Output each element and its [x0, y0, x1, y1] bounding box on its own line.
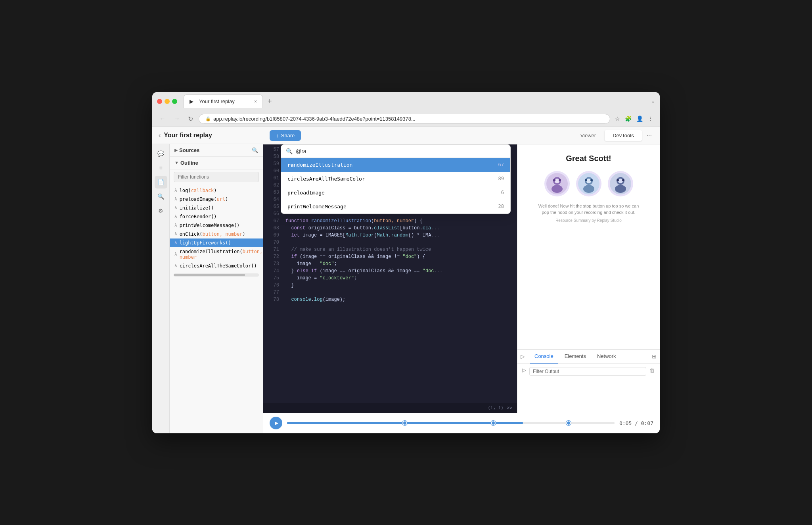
function-name: log(callback): [180, 188, 217, 193]
outline-label: Outline: [180, 160, 198, 166]
profile-button[interactable]: 👤: [635, 114, 645, 123]
console-clear-button[interactable]: 🗑: [649, 367, 655, 373]
line-number: 61: [266, 175, 279, 182]
minimize-traffic-light[interactable]: [165, 99, 170, 104]
expand-button[interactable]: >>: [507, 405, 512, 411]
devtools-console-tab[interactable]: Console: [530, 350, 558, 363]
sidebar-left-icons: 💬 ≡ 📄 🔍 ⚙: [152, 144, 170, 433]
sources-toggle-button[interactable]: ▶: [174, 148, 178, 153]
devtools-layout-button[interactable]: ⊞: [652, 353, 657, 360]
filter-functions-input[interactable]: [174, 172, 259, 182]
line-number: 67: [266, 217, 279, 225]
url-input[interactable]: 🔒 app.replay.io/recording/b1f85807-2074-…: [199, 114, 610, 124]
back-button[interactable]: ←: [157, 114, 168, 123]
function-item-lightupfireworks[interactable]: λ lightUpFireworks(): [170, 238, 263, 247]
reload-button[interactable]: ↻: [186, 114, 195, 123]
timeline[interactable]: [287, 422, 615, 424]
function-item-randomize[interactable]: λ randomizeIllustration(button, number: [170, 247, 263, 262]
lambda-icon: λ: [174, 196, 177, 202]
avatar-2-svg: [578, 173, 599, 194]
function-name: lightUpFireworks(): [180, 240, 231, 246]
lambda-icon: λ: [174, 188, 177, 193]
sidebar-main: ▶ Sources 🔍 ▼ Outline λ log(callback): [170, 144, 263, 433]
tab-title: Your first replay: [199, 98, 235, 104]
new-tab-button[interactable]: +: [264, 97, 275, 106]
timeline-marker-2[interactable]: [491, 421, 496, 425]
url-actions: ☆ 🧩 👤 ⋮: [613, 114, 655, 123]
line-number: 64: [266, 196, 279, 203]
svg-point-17: [622, 179, 624, 181]
sidebar-list-icon-button[interactable]: ≡: [155, 162, 167, 174]
sources-search-button[interactable]: 🔍: [252, 147, 258, 153]
code-line-67: 67 function randomizeIllustration(button…: [263, 217, 517, 225]
menu-button[interactable]: ⋮: [646, 114, 655, 123]
maximize-traffic-light[interactable]: [172, 99, 177, 104]
play-button[interactable]: ▶: [270, 417, 282, 429]
svg-point-10: [585, 179, 587, 181]
line-number: 68: [266, 225, 279, 232]
autocomplete-dropdown[interactable]: 🔍 randomizeIllustration 67 circlesAreAll…: [281, 144, 511, 214]
sidebar-header: ‹ Your first replay: [152, 127, 263, 144]
function-item-forcerender[interactable]: λ forceRender(): [170, 212, 263, 221]
line-number: 70: [266, 239, 279, 246]
line-number: 58: [266, 153, 279, 160]
close-traffic-light[interactable]: [157, 99, 162, 104]
code-line-73: 73 image = "doc";: [263, 260, 517, 267]
sidebar-search-icon-button[interactable]: 🔍: [155, 190, 167, 203]
devtools-tab[interactable]: DevTools: [605, 130, 642, 141]
share-button[interactable]: ↑ Share: [270, 130, 301, 141]
function-item-circles[interactable]: λ circlesAreAllTheSameColor(): [170, 262, 263, 270]
line-number: 75: [266, 275, 279, 282]
center-area: ↑ Share Viewer DevTools ···: [263, 127, 660, 433]
timeline-marker-3[interactable]: [566, 421, 571, 425]
url-bar: ← → ↻ 🔒 app.replay.io/recording/b1f85807…: [152, 111, 660, 127]
sidebar-file-icon-button[interactable]: 📄: [155, 176, 167, 188]
code-line-70: 70: [263, 239, 517, 246]
autocomplete-item-circles[interactable]: circlesAreAllTheSameColor 89: [281, 172, 510, 186]
sidebar-back-button[interactable]: ‹: [159, 132, 161, 139]
devtools-elements-tab[interactable]: Elements: [560, 350, 591, 363]
devtools-network-tab[interactable]: Network: [592, 350, 621, 363]
line-number: 69: [266, 232, 279, 239]
view-tabs: Viewer DevTools: [573, 130, 642, 141]
function-item-onclick[interactable]: λ onClick(button, number): [170, 230, 263, 238]
tab-close-button[interactable]: ×: [254, 99, 257, 104]
function-item-initialize[interactable]: λ initialize(): [170, 204, 263, 212]
line-number: 72: [266, 253, 279, 260]
browser-tab[interactable]: ▶ Your first replay ×: [184, 94, 263, 108]
lambda-icon: λ: [174, 214, 177, 219]
forward-button[interactable]: →: [171, 114, 182, 123]
function-item-log[interactable]: λ log(callback): [170, 186, 263, 195]
main-content: ‹ Your first replay 💬 ≡ 📄 🔍 ⚙ ▶ Sources …: [152, 127, 660, 433]
function-item-printwelcome[interactable]: λ printWelcomeMessage(): [170, 221, 263, 230]
line-code: const originalClass = button.classList[b…: [285, 225, 440, 232]
svg-point-9: [583, 185, 594, 193]
line-number: 78: [266, 296, 279, 303]
autocomplete-item-print[interactable]: printWelcomeMessage 28: [281, 200, 510, 213]
function-name: circlesAreAllTheSameColor(): [180, 263, 257, 269]
autocomplete-item-preload[interactable]: preloadImage 6: [281, 186, 510, 200]
function-name: initialize(): [180, 205, 214, 211]
function-item-preloadimage[interactable]: λ preloadImage(url): [170, 195, 263, 204]
outline-toggle-button[interactable]: ▼: [174, 160, 179, 165]
console-prompt: ▷: [522, 367, 526, 373]
more-options-button[interactable]: ···: [645, 130, 653, 140]
autocomplete-item-randomize[interactable]: randomizeIllustration 67: [281, 158, 510, 172]
extensions-button[interactable]: 🧩: [623, 114, 633, 123]
avatar-3: [608, 171, 633, 196]
bookmark-button[interactable]: ☆: [613, 114, 622, 123]
line-number: 63: [266, 189, 279, 196]
ac-item-count: 28: [498, 204, 504, 209]
autocomplete-input[interactable]: [296, 148, 506, 154]
horizontal-scrollbar[interactable]: [174, 273, 259, 277]
sidebar-settings-icon-button[interactable]: ⚙: [155, 204, 167, 217]
function-list: λ log(callback) λ preloadImage(url) λ in…: [170, 185, 263, 272]
time-display: 0:05 / 0:07: [619, 420, 653, 426]
tab-list-chevron[interactable]: ⌄: [651, 98, 655, 104]
viewer-tab[interactable]: Viewer: [573, 130, 604, 141]
svg-point-15: [615, 185, 626, 193]
console-filter-input[interactable]: [529, 367, 646, 376]
avatar-2: [576, 171, 601, 196]
sidebar-chat-icon-button[interactable]: 💬: [155, 147, 167, 160]
timeline-marker-1[interactable]: [402, 421, 407, 425]
